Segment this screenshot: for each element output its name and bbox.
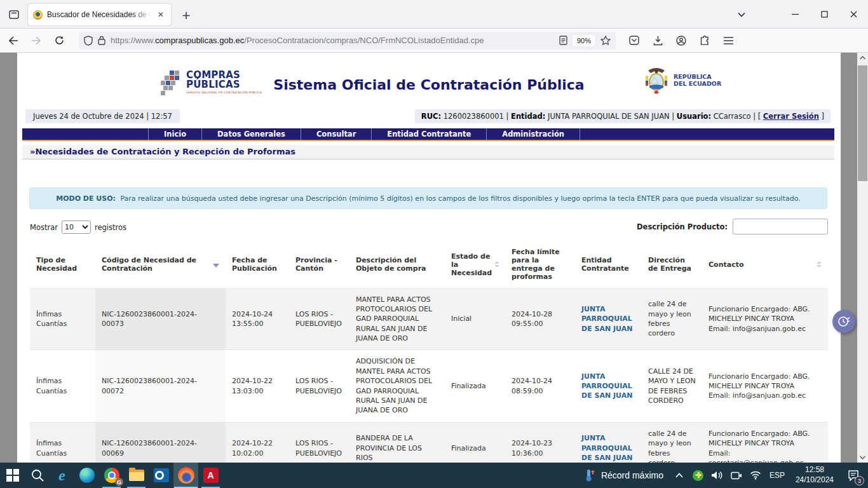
column-header[interactable]: Entidad Contratante bbox=[575, 241, 642, 288]
gold-divider bbox=[22, 140, 834, 141]
antivirus-icon[interactable]: ✚ bbox=[690, 463, 707, 488]
column-header[interactable]: Dirección de Entrega bbox=[642, 241, 702, 288]
tracking-protection-shield-icon[interactable] bbox=[84, 36, 93, 46]
scroll-up-icon[interactable] bbox=[857, 53, 868, 63]
tab-title: Buscador de Necesidades de Co bbox=[47, 10, 151, 19]
estado-cell: Finalizada bbox=[445, 350, 505, 422]
entity-link[interactable]: JUNTA PARROQUIAL DE SAN JUAN bbox=[581, 372, 632, 400]
account-icon[interactable] bbox=[672, 32, 691, 50]
taskbar-firefox[interactable] bbox=[173, 463, 198, 488]
taskbar-edge[interactable] bbox=[74, 463, 99, 488]
taskbar-file-explorer[interactable] bbox=[124, 463, 149, 488]
ruc-value: 1260023860001 bbox=[444, 112, 504, 121]
product-description-input[interactable] bbox=[733, 219, 828, 234]
page-viewport: COMPRAS PÚBLICAS SERVICIO NACIONAL DE CO… bbox=[0, 53, 868, 463]
menu-item-entidad-contratante[interactable]: Entidad Contratante bbox=[371, 128, 486, 140]
forward-button[interactable] bbox=[27, 32, 46, 50]
column-header[interactable]: Estado de la Necesidad bbox=[445, 241, 505, 288]
scrollbar-thumb[interactable] bbox=[858, 65, 867, 181]
menu-hamburger-icon[interactable] bbox=[719, 32, 738, 50]
menu-item-datos-generales[interactable]: Datos Generales bbox=[201, 128, 301, 140]
table-row: Ínfimas CuantíasNIC-1260023860001-2024-0… bbox=[30, 288, 828, 350]
gov-logo-line2: DEL ECUADOR bbox=[674, 81, 721, 88]
floating-clock-widget[interactable] bbox=[832, 310, 855, 333]
menu-item-inicio[interactable]: Inicio bbox=[148, 128, 201, 140]
product-description-label: Descripción Producto: bbox=[637, 222, 728, 231]
pocket-icon[interactable] bbox=[625, 32, 644, 50]
taskbar-acrobat[interactable]: A bbox=[198, 463, 223, 488]
firefox-icon bbox=[178, 467, 194, 484]
thermometer-icon bbox=[585, 468, 596, 482]
usage-info-label: MODO DE USO: bbox=[56, 194, 116, 203]
column-header[interactable]: Fecha límite para la entrega de proforma… bbox=[505, 241, 575, 288]
tab-close-icon[interactable]: ✕ bbox=[156, 9, 166, 20]
firefox-view-icon[interactable] bbox=[6, 7, 22, 22]
records-per-page-select[interactable]: 10 bbox=[62, 220, 91, 234]
clock-time: 12:58 bbox=[796, 465, 834, 475]
wifi-icon[interactable] bbox=[747, 463, 764, 488]
language-indicator[interactable]: ESP bbox=[766, 471, 788, 480]
contact-line: Funcionario Encargado: ABG. MICHELLY PIN… bbox=[709, 372, 822, 391]
menu-item-administración[interactable]: Administración bbox=[486, 128, 580, 140]
lock-icon[interactable] bbox=[98, 36, 105, 45]
column-header[interactable]: Provincia - Cantón bbox=[289, 241, 349, 288]
table-header-row: Tipo de NecesidadCódigo de Necesidad de … bbox=[30, 241, 828, 288]
notification-center-button[interactable]: 3 bbox=[841, 463, 865, 488]
reader-mode-icon[interactable] bbox=[559, 36, 567, 45]
column-header[interactable]: Contacto bbox=[702, 241, 828, 288]
page-scrollbar[interactable] bbox=[857, 53, 868, 463]
url-text[interactable]: https://www.compraspublicas.gob.ec/Proce… bbox=[111, 36, 554, 45]
fecha-publicacion-cell: 2024-10-22 10:02:00 bbox=[226, 422, 289, 463]
reload-button[interactable] bbox=[50, 32, 69, 50]
column-header-label: Dirección de Entrega bbox=[648, 256, 696, 273]
taskbar-outlook[interactable] bbox=[149, 463, 173, 488]
descripcion-cell: ADQUISICIÓN DE MANTEL PARA ACTOS PROTOCO… bbox=[349, 350, 445, 422]
usage-info-text: Para realizar una búsqueda usted debe in… bbox=[120, 194, 800, 203]
column-header[interactable]: Tipo de Necesidad bbox=[30, 241, 95, 288]
entidad-cell: JUNTA PARROQUIAL DE SAN JUAN bbox=[575, 422, 642, 463]
taskbar-search-button[interactable] bbox=[25, 463, 50, 488]
browser-tab-bar: Buscador de Necesidades de Co ✕ + bbox=[0, 0, 868, 29]
column-header[interactable]: Código de Necesidad de Contratación bbox=[95, 241, 226, 288]
url-bar[interactable]: https://www.compraspublicas.gob.ec/Proce… bbox=[79, 32, 616, 50]
zoom-level-badge[interactable]: 90% bbox=[573, 35, 595, 46]
taskbar-internet-explorer[interactable]: e bbox=[50, 463, 74, 488]
logout-link[interactable]: Cerrar Sesión bbox=[763, 112, 819, 121]
new-tab-button[interactable]: + bbox=[178, 6, 194, 23]
file-explorer-icon bbox=[129, 470, 144, 481]
volume-icon[interactable] bbox=[709, 463, 726, 488]
downloads-icon[interactable] bbox=[648, 32, 667, 50]
column-header-label: Tipo de Necesidad bbox=[36, 256, 89, 273]
entity-link[interactable]: JUNTA PARROQUIAL DE SAN JUAN bbox=[581, 305, 632, 333]
menu-item-consultar[interactable]: Consultar bbox=[301, 128, 371, 140]
contact-line: Email: info@sanjuan.gob.ec bbox=[709, 324, 822, 334]
contacto-cell: Funcionario Encargado: ABG. MICHELLY PIN… bbox=[702, 422, 828, 463]
tray-expand-chevron-icon[interactable] bbox=[671, 463, 688, 488]
column-header[interactable]: Fecha de Publicación bbox=[226, 241, 289, 288]
taskbar-chrome[interactable]: G bbox=[99, 463, 124, 488]
bookmark-star-icon[interactable] bbox=[600, 36, 611, 45]
fecha-publicacion-cell: 2024-10-22 13:03:00 bbox=[226, 350, 289, 422]
column-header-label: Provincia - Cantón bbox=[295, 256, 343, 273]
tab-favicon-icon bbox=[33, 10, 43, 20]
weather-widget[interactable]: Récord máximo bbox=[577, 463, 671, 488]
direccion-cell: CALLE 24 DE MAYO Y LEON DE FEBRES CORDER… bbox=[642, 350, 702, 422]
direccion-cell: calle 24 de mayo y leon febres cordero bbox=[642, 288, 702, 350]
contact-line: Email: secretaria@sanjuan.gob.ec bbox=[709, 449, 822, 463]
tab-list-chevron-icon[interactable] bbox=[731, 0, 752, 29]
taskbar-clock[interactable]: 12:58 24/10/2024 bbox=[790, 465, 839, 485]
entity-link[interactable]: JUNTA PARROQUIAL DE SAN JUAN bbox=[581, 434, 632, 462]
meet-now-icon[interactable] bbox=[728, 463, 745, 488]
window-maximize-button[interactable] bbox=[810, 0, 839, 29]
usuario-value: CCarrasco bbox=[714, 112, 751, 121]
start-button[interactable] bbox=[0, 463, 25, 488]
fecha-publicacion-cell: 2024-10-24 13:55:00 bbox=[226, 288, 289, 350]
browser-tab[interactable]: Buscador de Necesidades de Co ✕ bbox=[28, 4, 171, 25]
back-button[interactable] bbox=[4, 32, 23, 50]
scroll-down-icon[interactable] bbox=[857, 452, 868, 463]
window-close-button[interactable] bbox=[839, 0, 868, 29]
table-row: Ínfimas CuantíasNIC-1260023860001-2024-0… bbox=[30, 422, 828, 463]
window-minimize-button[interactable] bbox=[780, 0, 810, 29]
column-header[interactable]: Descripción del Objeto de compra bbox=[349, 241, 445, 288]
extensions-icon[interactable] bbox=[695, 32, 714, 50]
